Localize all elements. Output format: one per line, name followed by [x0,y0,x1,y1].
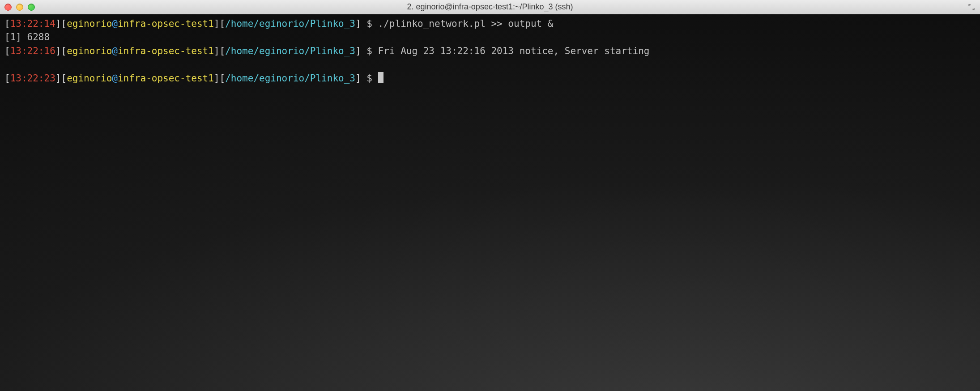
prompt-user: eginorio [67,46,112,56]
window-title: 2. eginorio@infra-opsec-test1:~/Plinko_3… [0,2,980,12]
terminal-content[interactable]: [13:22:14][eginorio@infra-opsec-test1][/… [0,14,980,391]
bracket: [ [220,18,226,29]
bracket: [ [4,73,10,84]
cursor [378,72,383,83]
bracket: [ [61,73,67,84]
prompt-host: infra-opsec-test1 [118,18,214,29]
output-text: [1] 6288 [4,32,50,42]
prompt-path: /home/eginorio/Plinko_3 [225,46,355,56]
terminal-line: [13:22:23][eginorio@infra-opsec-test1][/… [4,72,976,85]
fullscreen-icon[interactable] [967,3,976,11]
bracket: ] [214,73,220,84]
terminal-line: [13:22:14][eginorio@infra-opsec-test1][/… [4,17,976,30]
bracket: ] [355,46,366,56]
zoom-button[interactable] [28,4,35,11]
bracket: [ [61,18,67,29]
prompt-path: /home/eginorio/Plinko_3 [225,18,355,29]
bracket: [ [220,46,226,56]
prompt-time: 13:22:23 [10,73,55,84]
prompt-path: /home/eginorio/Plinko_3 [225,73,355,84]
prompt-at: @ [112,46,118,56]
bracket: ] [214,18,220,29]
bracket: [ [61,46,67,56]
command-text: Fri Aug 23 13:22:16 2013 notice, Server … [378,46,650,56]
bracket: ] [355,18,366,29]
bracket: [ [4,46,10,56]
bracket: ] [355,73,366,84]
prompt-time: 13:22:16 [10,46,55,56]
bracket: [ [220,73,226,84]
terminal-window: 2. eginorio@infra-opsec-test1:~/Plinko_3… [0,0,980,391]
prompt-user: eginorio [67,18,112,29]
prompt-host: infra-opsec-test1 [118,73,214,84]
terminal-line: [1] 6288 [4,30,976,44]
command-text: ./plinko_network.pl >> output & [378,18,554,29]
prompt-host: infra-opsec-test1 [118,46,214,56]
minimize-button[interactable] [16,4,23,11]
title-bar: 2. eginorio@infra-opsec-test1:~/Plinko_3… [0,0,980,14]
prompt-user: eginorio [67,73,112,84]
prompt-dollar: $ [366,73,378,84]
bracket: ] [55,73,61,84]
prompt-at: @ [112,73,118,84]
close-button[interactable] [4,4,12,11]
prompt-time: 13:22:14 [10,18,55,29]
prompt-at: @ [112,18,118,29]
terminal-line [4,58,976,71]
bracket: ] [55,18,61,29]
prompt-dollar: $ [366,18,378,29]
terminal-line: [13:22:16][eginorio@infra-opsec-test1][/… [4,44,976,58]
traffic-lights [4,4,35,11]
bracket: ] [55,46,61,56]
bracket: [ [4,18,10,29]
prompt-dollar: $ [366,46,378,56]
bracket: ] [214,46,220,56]
